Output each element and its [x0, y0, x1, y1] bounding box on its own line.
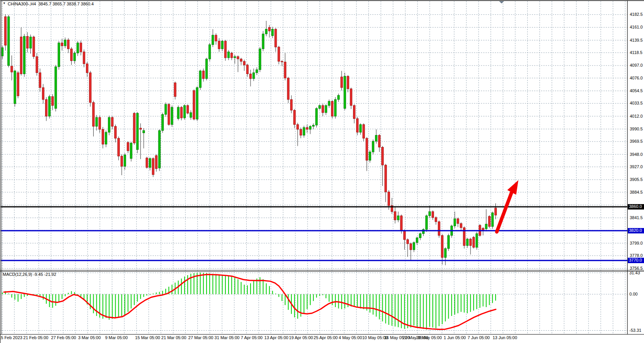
candle-bearish — [42, 88, 44, 100]
candle-bullish — [419, 234, 421, 238]
ohlc-quote-label: 3845.7 3865.7 3838.7 3860.4 — [38, 2, 94, 6]
candle-bullish — [429, 211, 430, 216]
candle-bullish — [77, 43, 79, 53]
candle-bullish — [212, 35, 214, 45]
candle-bullish — [325, 105, 327, 113]
macd-tick-label: -53.31 — [629, 328, 641, 333]
arrow-shaft[interactable] — [497, 193, 511, 232]
candle-bearish — [278, 47, 280, 61]
candle-bearish — [400, 216, 402, 231]
candle-bearish — [180, 107, 182, 118]
candle-bearish — [118, 138, 119, 156]
candle-bullish — [413, 243, 415, 250]
chart-shift-marker-icon[interactable] — [499, 1, 504, 3]
candle-bullish — [328, 101, 330, 106]
candle-bearish — [33, 37, 35, 57]
candle-bearish — [341, 77, 343, 88]
symbol-dropdown-icon[interactable]: ▼ — [3, 2, 6, 5]
candle-bearish — [322, 105, 324, 113]
candle-bearish — [45, 100, 47, 116]
candle-bearish — [290, 100, 292, 110]
candle-bearish — [385, 165, 387, 192]
candle-bearish — [243, 61, 245, 65]
candle-bullish — [64, 40, 66, 46]
candle-bearish — [11, 66, 13, 72]
price-tick-label: 3905.5 — [630, 177, 643, 182]
time-tick-label: 27 Feb 05:00 — [51, 335, 76, 340]
candle-bearish — [404, 231, 405, 240]
price-tick-label: 3778.0 — [630, 253, 643, 258]
candle-bearish — [218, 41, 220, 49]
candle-bullish — [256, 70, 258, 73]
candle-bearish — [86, 64, 88, 73]
candle-bullish — [196, 88, 198, 119]
candle-bullish — [171, 107, 173, 125]
panel-borders — [0, 0, 644, 343]
price-level-badge: 3860.0 — [628, 204, 644, 210]
time-tick-label: 1 Jun 05:00 — [444, 335, 466, 340]
price-tick-label: 4161.0 — [630, 25, 643, 30]
candle-bearish — [127, 142, 129, 151]
candle-bearish — [133, 113, 135, 143]
candle-bullish — [58, 43, 60, 67]
candle-bullish — [338, 95, 340, 100]
time-tick-label: 4 May 05:00 — [339, 335, 362, 340]
candle-bearish — [215, 35, 217, 41]
candle-bullish — [149, 159, 151, 167]
time-tick-label: 26 May 05:00 — [416, 335, 442, 340]
candle-bearish — [83, 52, 85, 64]
candle-bearish — [89, 73, 91, 102]
chart-canvas[interactable] — [0, 0, 644, 343]
price-level-badge: 3770.0 — [628, 258, 644, 263]
candle-bearish — [187, 105, 188, 113]
candle-bullish — [303, 128, 305, 135]
horizontal-level-lines[interactable] — [0, 207, 627, 260]
candle-bullish — [466, 239, 468, 245]
price-tick-label: 4118.5 — [630, 50, 642, 55]
candle-bearish — [268, 27, 270, 31]
candle-bullish — [161, 115, 163, 131]
candle-bullish — [425, 216, 427, 230]
candle-bullish — [253, 73, 255, 78]
candle-bullish — [124, 155, 126, 166]
macd-indicator — [2, 272, 496, 329]
candle-bearish — [363, 125, 365, 139]
time-tick-label: 25 Apr 05:00 — [314, 335, 338, 340]
candle-bearish — [168, 104, 170, 125]
candle-bearish — [67, 40, 69, 49]
candle-bullish — [316, 108, 318, 125]
candle-bullish — [143, 130, 145, 133]
arrow-head[interactable] — [507, 180, 518, 195]
candle-bearish — [410, 244, 412, 250]
macd-indicator-label: MACD(12,26,9) -9.45 -21.92 — [3, 272, 56, 277]
candle-bearish — [469, 239, 471, 245]
time-tick-label: 21 Feb 05:00 — [24, 335, 49, 340]
chart-title: CHINA300-,H4 3845.7 3865.7 3838.7 3860.4 — [8, 2, 94, 6]
candle-bullish — [190, 113, 192, 117]
candle-bearish — [300, 129, 302, 135]
candle-bearish — [356, 118, 358, 132]
candle-bearish — [287, 78, 289, 100]
price-tick-label: 3990.5 — [630, 127, 643, 132]
time-tick-label: 15 Feb 2023 — [0, 335, 22, 340]
candle-bearish — [281, 61, 283, 62]
candle-bearish — [382, 147, 383, 165]
candle-bearish — [111, 117, 113, 126]
candle-bullish — [96, 117, 98, 126]
time-tick-label: 7 Jun 05:00 — [467, 335, 490, 340]
candle-bearish — [80, 43, 82, 52]
price-tick-label: 4076.0 — [630, 76, 643, 81]
candle-bullish — [319, 105, 321, 108]
candle-bullish — [105, 132, 107, 144]
price-tick-label: 4012.0 — [630, 114, 643, 119]
candle-bearish — [5, 17, 7, 45]
price-level-badge: 3820.0 — [628, 228, 644, 233]
candle-bearish — [193, 91, 195, 119]
candle-bullish — [30, 37, 32, 48]
candle-bullish — [447, 235, 449, 248]
candle-bearish — [114, 126, 116, 138]
price-tick-label: 4097.0 — [630, 63, 643, 68]
candle-bullish — [74, 53, 76, 61]
candle-bearish — [92, 103, 94, 127]
candle-bearish — [378, 135, 380, 147]
